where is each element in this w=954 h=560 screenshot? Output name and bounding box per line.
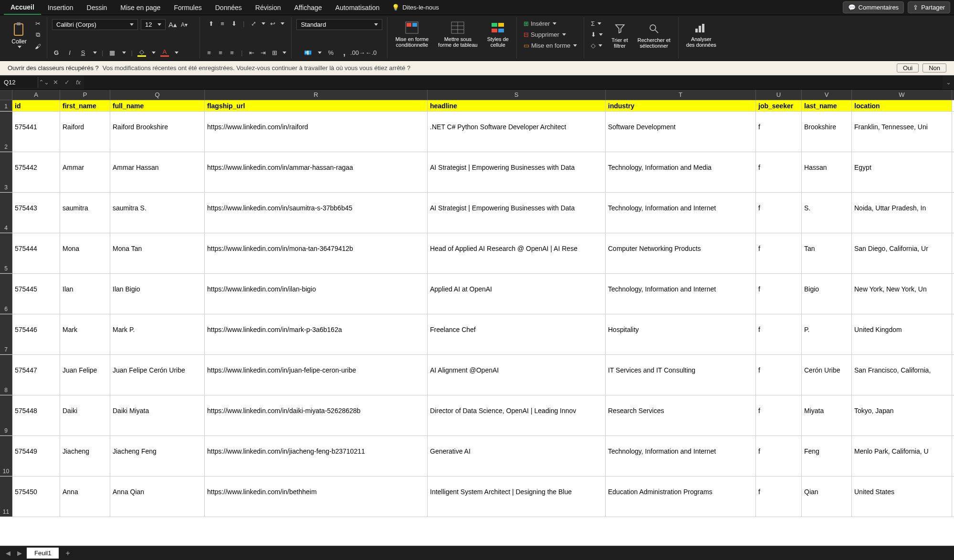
cell[interactable]: Brookshire [802, 112, 852, 152]
borders-icon[interactable]: ▦ [108, 48, 116, 57]
tab-revision[interactable]: Révision [249, 1, 288, 14]
insert-button[interactable]: ⊞Insérer [522, 19, 579, 28]
format-button[interactable]: ▭Mise en forme [522, 41, 579, 50]
cell[interactable]: f [756, 395, 802, 436]
tab-donnees[interactable]: Données [209, 1, 249, 14]
cell[interactable]: https://www.linkedin.com/in/saumitra-s-3… [205, 193, 428, 233]
fill-button[interactable]: ⬇ [589, 30, 605, 39]
fill-color-icon[interactable]: ◇ [137, 48, 146, 57]
cell[interactable]: Juan Felipe [60, 355, 110, 395]
cell[interactable]: Tokyo, Japan [852, 395, 952, 436]
name-box[interactable]: Q12 [0, 77, 38, 88]
cell[interactable]: f [756, 112, 802, 152]
cell[interactable]: S. [802, 193, 852, 233]
recovery-no-button[interactable]: Non [923, 63, 946, 73]
cell[interactable]: https://www.linkedin.com/in/mark-p-3a6b1… [205, 314, 428, 354]
paste-button[interactable]: Coller [9, 21, 30, 49]
cancel-formula-icon[interactable]: ✕ [50, 77, 61, 88]
format-painter-icon[interactable]: 🖌 [33, 42, 42, 51]
row-header[interactable]: 4 [0, 193, 12, 233]
name-box-dropdown-icon[interactable]: ⌃⌄ [38, 77, 50, 88]
cell[interactable]: Software Development [606, 112, 756, 152]
font-color-icon[interactable]: A [160, 48, 169, 57]
tab-mise-en-page[interactable]: Mise en page [114, 1, 167, 14]
row-header[interactable]: 5 [0, 233, 12, 273]
cell-styles-button[interactable]: Styles de cellule [484, 19, 512, 49]
column-header-Q[interactable]: Q [110, 90, 205, 100]
cell[interactable]: Freelance Chef [428, 314, 606, 354]
format-as-table-button[interactable]: Mettre sous forme de tableau [435, 19, 481, 49]
underline-icon[interactable]: S [79, 48, 87, 57]
cell[interactable]: Ammar Hassan [110, 152, 205, 192]
analyze-data-button[interactable]: Analyser des données [683, 19, 719, 49]
add-sheet-button[interactable]: + [62, 549, 73, 558]
align-left-icon[interactable]: ≡ [205, 48, 213, 57]
column-header-R[interactable]: R [205, 90, 428, 100]
cell[interactable]: saumitra S. [110, 193, 205, 233]
percent-icon[interactable]: % [326, 48, 335, 57]
tab-accueil[interactable]: Accueil [4, 0, 41, 15]
cell[interactable]: Hospitality [606, 314, 756, 354]
cell[interactable]: last_name [802, 100, 852, 111]
formula-input[interactable] [84, 75, 943, 89]
cell[interactable]: Mona Tan [110, 233, 205, 273]
increase-decimal-icon[interactable]: .00→ [353, 48, 362, 57]
cell[interactable]: Daiki Miyata [110, 395, 205, 436]
cell[interactable]: https://www.linkedin.com/in/ammar-hassan… [205, 152, 428, 192]
row-header[interactable]: 3 [0, 152, 12, 192]
row-header[interactable]: 7 [0, 314, 12, 354]
merge-icon[interactable]: ⊞ [270, 48, 279, 57]
cell[interactable]: Technology, Information and Internet [606, 274, 756, 314]
cell[interactable]: New York, New York, Un [852, 274, 952, 314]
row-header[interactable]: 9 [0, 395, 12, 436]
cell[interactable]: f [756, 152, 802, 192]
cell[interactable]: Ammar [60, 152, 110, 192]
bold-icon[interactable]: G [52, 48, 61, 57]
italic-icon[interactable]: I [65, 48, 74, 57]
align-center-icon[interactable]: ≡ [216, 48, 225, 57]
cell[interactable]: https://www.linkedin.com/in/juan-felipe-… [205, 355, 428, 395]
column-header-V[interactable]: V [802, 90, 852, 100]
align-top-icon[interactable]: ⬆ [207, 19, 215, 28]
cell[interactable]: f [756, 436, 802, 476]
cell[interactable]: 575444 [12, 233, 60, 273]
column-header-W[interactable]: W [852, 90, 952, 100]
sort-filter-button[interactable]: Trier et filtrer [608, 20, 630, 50]
cell[interactable]: https://www.linkedin.com/in/ilan-bigio [205, 274, 428, 314]
cell[interactable]: Technology, Information and Media [606, 152, 756, 192]
cell[interactable]: Mona [60, 233, 110, 273]
tab-formules[interactable]: Formules [167, 1, 208, 14]
cell[interactable]: Anna [60, 477, 110, 517]
increase-font-icon[interactable]: A▴ [168, 21, 177, 29]
cell[interactable]: AI Alignment @OpenAI [428, 355, 606, 395]
cell[interactable]: Hassan [802, 152, 852, 192]
cell[interactable]: Qian [802, 477, 852, 517]
comma-icon[interactable]: , [340, 48, 348, 57]
cell[interactable]: 575443 [12, 193, 60, 233]
cell[interactable]: https://www.linkedin.com/in/raiford [205, 112, 428, 152]
row-header[interactable]: 8 [0, 355, 12, 395]
cell[interactable]: IT Services and IT Consulting [606, 355, 756, 395]
cell[interactable]: f [756, 233, 802, 273]
cell[interactable]: f [756, 274, 802, 314]
copy-icon[interactable]: ⧉ [33, 31, 42, 39]
cell[interactable]: f [756, 477, 802, 517]
share-button[interactable]: ⇪ Partager [908, 1, 950, 13]
cell[interactable]: https://www.linkedin.com/in/mona-tan-364… [205, 233, 428, 273]
cell[interactable]: AI Strategist | Empowering Businesses wi… [428, 152, 606, 192]
cell[interactable]: https://www.linkedin.com/in/jiacheng-fen… [205, 436, 428, 476]
clear-button[interactable]: ◇ [589, 41, 605, 50]
autosum-button[interactable]: Σ [589, 19, 605, 28]
cell[interactable]: 575450 [12, 477, 60, 517]
cell[interactable]: Miyata [802, 395, 852, 436]
increase-indent-icon[interactable]: ⇥ [259, 48, 267, 57]
sheet-nav-prev[interactable]: ◀ [4, 550, 12, 557]
cell[interactable]: f [756, 314, 802, 354]
conditional-formatting-button[interactable]: Mise en forme conditionnelle [392, 19, 431, 49]
font-size-dropdown[interactable]: 12 [141, 19, 166, 30]
row-header[interactable]: 2 [0, 112, 12, 152]
cut-icon[interactable]: ✂ [33, 19, 42, 28]
cell[interactable]: Tan [802, 233, 852, 273]
cell[interactable]: Intelligent System Architect | Designing… [428, 477, 606, 517]
cell[interactable]: f [756, 355, 802, 395]
